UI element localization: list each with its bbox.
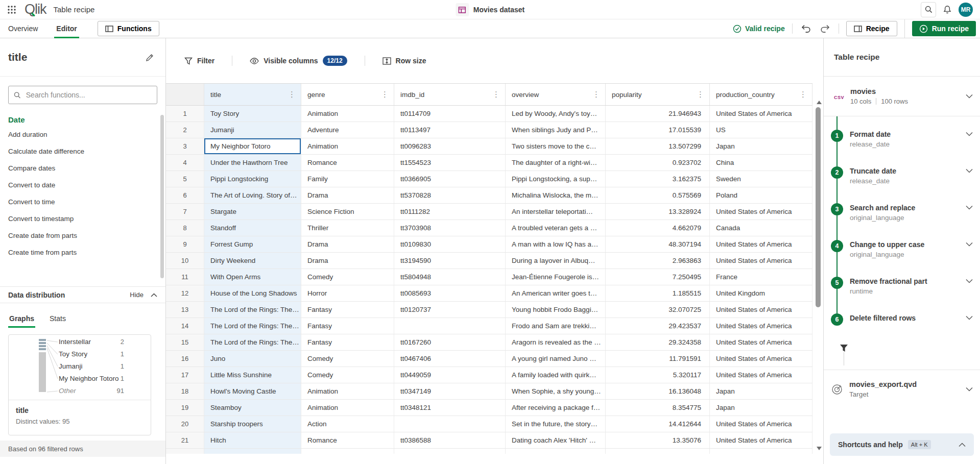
cell-title[interactable]: Steamboy bbox=[204, 400, 301, 416]
cell-genre[interactable]: Fantasy bbox=[301, 334, 394, 350]
cell-overview[interactable]: Two sisters move to the c… bbox=[506, 138, 606, 154]
vscroll-down-arrow[interactable] bbox=[817, 447, 822, 450]
cell-genre[interactable]: Romance bbox=[301, 432, 394, 448]
cell-popularity[interactable]: 0.923702 bbox=[606, 155, 710, 170]
function-item[interactable]: Create date from parts bbox=[0, 227, 165, 244]
cell-production_country[interactable]: Japan bbox=[710, 138, 812, 154]
cell-genre[interactable]: Romance bbox=[301, 155, 394, 170]
cell-imdb_id[interactable]: tt0109830 bbox=[394, 236, 506, 252]
cell-imdb_id[interactable]: tt0467406 bbox=[394, 351, 506, 367]
cell-imdb_id[interactable] bbox=[394, 318, 506, 334]
global-search-button[interactable] bbox=[921, 2, 936, 17]
cell-overview[interactable]: Jean-Étienne Fougerole is… bbox=[506, 269, 606, 285]
cell-imdb_id[interactable]: tt0449059 bbox=[394, 367, 506, 383]
cell-title[interactable]: House of the Long Shadows bbox=[204, 285, 301, 301]
cell-popularity[interactable]: 8.354775 bbox=[606, 400, 710, 416]
chevron-up-icon[interactable] bbox=[151, 293, 157, 297]
cell-overview[interactable]: Aragorn is revealed as the … bbox=[506, 334, 606, 350]
cell-overview[interactable]: A young girl named Juno … bbox=[506, 351, 606, 367]
recipe-step-3[interactable]: 3Search and replaceoriginal_language bbox=[831, 203, 973, 240]
cell-production_country[interactable]: United States of America bbox=[710, 416, 812, 432]
column-header-title[interactable]: title⋮ bbox=[204, 84, 301, 105]
cell-imdb_id[interactable]: tt0111282 bbox=[394, 204, 506, 219]
cell-popularity[interactable]: 14.412644 bbox=[606, 416, 710, 432]
cell-production_country[interactable]: Japan bbox=[710, 400, 812, 416]
cell-production_country[interactable]: United States of America bbox=[710, 318, 812, 334]
cell-popularity[interactable]: 48.307194 bbox=[606, 236, 710, 252]
cell-genre[interactable]: Animation bbox=[301, 383, 394, 399]
cell-popularity[interactable]: 3.162375 bbox=[606, 171, 710, 187]
chevron-down-icon[interactable] bbox=[966, 242, 973, 247]
cell-imdb_id[interactable] bbox=[394, 416, 506, 432]
chevron-down-icon[interactable] bbox=[966, 94, 973, 99]
column-menu-kebab-icon[interactable]: ⋮ bbox=[286, 90, 298, 99]
functions-toggle-button[interactable]: Functions bbox=[98, 21, 159, 36]
hide-distribution-link[interactable]: Hide bbox=[130, 291, 144, 299]
cell-title[interactable]: With Open Arms bbox=[204, 269, 301, 285]
cell-overview[interactable]: Dating coach Alex 'Hitch' … bbox=[506, 432, 606, 448]
cell-popularity[interactable]: 16.136048 bbox=[606, 383, 710, 399]
app-launcher-icon[interactable] bbox=[7, 5, 16, 14]
cell-production_country[interactable]: Japan bbox=[710, 383, 812, 399]
redo-icon[interactable] bbox=[819, 23, 831, 34]
chevron-down-icon[interactable] bbox=[966, 168, 973, 173]
column-header-production_country[interactable]: production_country⋮ bbox=[710, 84, 812, 105]
filter-button[interactable]: Filter bbox=[181, 56, 218, 65]
cell-title[interactable]: Pippi Longstocking bbox=[204, 171, 301, 187]
row-size-button[interactable]: Row size bbox=[379, 56, 429, 65]
cell-production_country[interactable]: United Kingdom bbox=[710, 285, 812, 301]
cell-popularity[interactable]: 13.35076 bbox=[606, 432, 710, 448]
cell-imdb_id[interactable]: tt0113497 bbox=[394, 122, 506, 138]
chevron-down-icon[interactable] bbox=[966, 315, 973, 320]
function-item[interactable]: Create time from parts bbox=[0, 244, 165, 261]
cell-overview[interactable]: A schoo… bbox=[506, 449, 606, 454]
column-menu-kebab-icon[interactable]: ⋮ bbox=[379, 90, 391, 99]
cell-title[interactable]: Under the Hawthorn Tree bbox=[204, 155, 301, 170]
column-menu-kebab-icon[interactable]: ⋮ bbox=[590, 90, 602, 99]
cell-production_country[interactable]: United States of America bbox=[710, 236, 812, 252]
cell-imdb_id[interactable]: tt4… bbox=[394, 449, 506, 454]
cell-title[interactable]: Starship troopers bbox=[204, 416, 301, 432]
cell-popularity[interactable]: 13.507299 bbox=[606, 138, 710, 154]
run-recipe-button[interactable]: Run recipe bbox=[912, 21, 976, 36]
cell-title[interactable]: Little Miss Sunshine bbox=[204, 367, 301, 383]
function-item[interactable]: Convert to date bbox=[0, 177, 165, 193]
cell-title[interactable]: Juno bbox=[204, 351, 301, 367]
chevron-up-icon[interactable] bbox=[959, 443, 966, 447]
recipe-step-5[interactable]: 5Remove fractional partruntime bbox=[831, 277, 973, 313]
undo-icon[interactable] bbox=[800, 23, 812, 34]
cell-title[interactable]: The Lord of the Rings: The… bbox=[204, 318, 301, 334]
function-item[interactable]: Calculate date difference bbox=[0, 143, 165, 160]
cell-title[interactable]: Dirty Weekend bbox=[204, 253, 301, 268]
cell-overview[interactable]: Michalina Wislocka, the m… bbox=[506, 187, 606, 203]
cell-production_country[interactable]: United States of America bbox=[710, 367, 812, 383]
cell-popularity[interactable]: 17.015539 bbox=[606, 122, 710, 138]
cell-imdb_id[interactable]: tt0347149 bbox=[394, 383, 506, 399]
dataset-selector[interactable]: Movies dataset bbox=[456, 0, 524, 19]
tab-stats[interactable]: Stats bbox=[49, 311, 67, 328]
cell-genre[interactable]: Comedy bbox=[301, 367, 394, 383]
cell-overview[interactable]: A family loaded with quirk… bbox=[506, 367, 606, 383]
cell-genre[interactable]: Thriller bbox=[301, 220, 394, 236]
cell-production_country[interactable]: United States of America bbox=[710, 351, 812, 367]
cell-genre[interactable]: Comedy bbox=[301, 269, 394, 285]
cell-popularity[interactable]: 29.324358 bbox=[606, 334, 710, 350]
cell-production_country[interactable]: United States of America bbox=[710, 106, 812, 121]
cell-production_country[interactable]: United States of America bbox=[710, 432, 812, 448]
cell-popularity[interactable]: 21.946943 bbox=[606, 106, 710, 121]
cell-title[interactable]: The W… bbox=[204, 449, 301, 454]
cell-genre[interactable]: Action bbox=[301, 416, 394, 432]
cell-genre[interactable]: Adventure bbox=[301, 122, 394, 138]
cell-popularity[interactable]: 0.01… bbox=[606, 449, 710, 454]
cell-genre[interactable]: Drama bbox=[301, 253, 394, 268]
recipe-step-1[interactable]: 1Format daterelease_date bbox=[831, 130, 973, 166]
cell-production_country[interactable]: United States of America bbox=[710, 334, 812, 350]
cell-title[interactable]: Stargate bbox=[204, 204, 301, 219]
cell-popularity[interactable]: 2.963863 bbox=[606, 253, 710, 268]
column-menu-kebab-icon[interactable]: ⋮ bbox=[695, 90, 706, 99]
cell-overview[interactable]: Young hobbit Frodo Baggi… bbox=[506, 302, 606, 318]
cell-title[interactable]: Jumanji bbox=[204, 122, 301, 138]
function-item[interactable]: Compare dates bbox=[0, 160, 165, 177]
column-header-genre[interactable]: genre⋮ bbox=[301, 84, 394, 105]
cell-genre[interactable]: Science Fiction bbox=[301, 204, 394, 219]
